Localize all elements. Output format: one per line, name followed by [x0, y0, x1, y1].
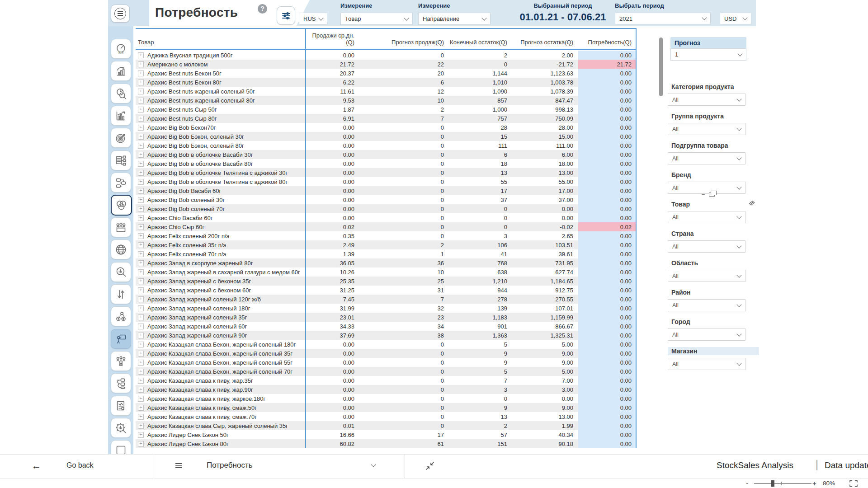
column-header-5[interactable]: Потребность(Q) — [578, 39, 637, 46]
expand-icon[interactable]: + — [138, 170, 144, 176]
expand-icon[interactable]: + — [138, 179, 144, 185]
filter-dropdown-2[interactable]: All — [668, 152, 745, 164]
product-name-cell[interactable]: +Арахис Best nuts Бекон 80г — [136, 79, 306, 86]
product-name-cell[interactable]: +Арахис Felix соленый 200г п/э — [136, 233, 306, 239]
sidebar-icon-presenter[interactable] — [111, 329, 131, 349]
product-name-cell[interactable]: +Арахис Best nuts Бекон 50г — [136, 70, 306, 77]
expand-icon[interactable]: + — [138, 378, 144, 384]
filter-dropdown-7[interactable]: All — [668, 299, 745, 311]
product-name-cell[interactable]: +Арахис Казацкая слава Сыр, жареный соле… — [136, 422, 306, 429]
expand-icon[interactable]: + — [138, 107, 144, 113]
product-name-cell[interactable]: +Арахис Запад жареный в сахарной глазури… — [136, 269, 306, 276]
filter-dropdown-4[interactable]: All — [668, 211, 745, 223]
column-header-0[interactable]: Товар — [136, 39, 306, 46]
expand-icon[interactable]: + — [138, 224, 144, 230]
expand-icon[interactable]: + — [138, 333, 144, 338]
product-name-cell[interactable]: +Арахис Казацкая слава к пиву, жар.90г — [136, 386, 306, 393]
expand-icon[interactable]: + — [138, 351, 144, 357]
expand-icon[interactable]: + — [138, 305, 144, 311]
dimension2-dropdown[interactable]: Направление — [418, 13, 491, 25]
product-name-cell[interactable]: +Арахис Felix соленый 70г п/э — [136, 251, 306, 258]
sidebar-icon-venn[interactable] — [111, 195, 132, 216]
product-name-cell[interactable]: +Арахис Казацкая слава Бекон, жареный со… — [136, 368, 306, 375]
expand-icon[interactable]: + — [138, 369, 144, 375]
expand-icon[interactable]: + — [138, 233, 144, 239]
product-name-cell[interactable]: +Арахис Big Bob в оболочке Васаби 80г — [136, 160, 306, 167]
expand-icon[interactable]: + — [138, 414, 144, 420]
sidebar-icon-kpi[interactable]: KPI — [111, 39, 131, 59]
expand-icon[interactable]: + — [138, 125, 144, 131]
expand-icon[interactable]: + — [138, 134, 144, 140]
help-icon[interactable]: ? — [258, 4, 267, 14]
expand-icon[interactable]: + — [138, 61, 144, 67]
product-name-cell[interactable]: +Арахис Казацкая слава к пиву, смаж.50г — [136, 404, 306, 411]
expand-icon[interactable]: + — [138, 360, 144, 366]
column-header-4[interactable]: Прогноз остатка(Q) — [512, 39, 578, 46]
product-name-cell[interactable]: +Арахис Запад в скорлупе жареный 80г — [136, 260, 306, 267]
expand-icon[interactable]: + — [138, 215, 144, 221]
expand-icon[interactable]: + — [138, 206, 144, 212]
expand-icon[interactable]: + — [138, 152, 144, 158]
product-name-cell[interactable]: +Арахис Запад жареный соленый 90г — [136, 332, 306, 339]
expand-icon[interactable]: + — [138, 80, 144, 85]
product-name-cell[interactable]: +Аджика Вкусная традиция 500г — [136, 52, 306, 59]
forecast-dropdown[interactable]: 1 — [670, 48, 746, 61]
panel-scrollbar[interactable] — [659, 38, 663, 96]
product-name-cell[interactable]: +Арахис Казацкая слава к пиву, жар.35г — [136, 377, 306, 384]
product-name-cell[interactable]: +Арахис Best nuts жареный соленый 50г — [136, 88, 306, 95]
dimension1-dropdown[interactable]: Товар — [340, 13, 413, 25]
language-dropdown[interactable]: RUS — [299, 13, 327, 25]
product-name-cell[interactable]: +Арахис Best nuts жареный соленый 80г — [136, 97, 306, 104]
product-name-cell[interactable]: +Арахис Chio Сыр 60г — [136, 224, 306, 230]
expand-icon[interactable]: + — [138, 197, 144, 203]
sidebar-icon-gear-analysis[interactable] — [111, 418, 131, 438]
expand-icon[interactable]: + — [138, 287, 144, 293]
product-name-cell[interactable]: +Арахис Запад жареный соленый 60г — [136, 323, 306, 330]
expand-icon[interactable]: + — [138, 278, 144, 284]
sidebar-icon-report-doc[interactable] — [111, 396, 131, 416]
product-name-cell[interactable]: +Арахис Chio Васаби 60г — [136, 215, 306, 221]
expand-icon[interactable]: + — [138, 251, 144, 257]
expand-icon[interactable]: + — [138, 89, 144, 94]
back-arrow-icon[interactable]: ← — [32, 460, 41, 471]
collapse-view-button[interactable] — [425, 461, 435, 473]
zoom-out-button[interactable]: - — [746, 479, 748, 487]
expand-icon[interactable]: + — [138, 296, 144, 302]
filter-dropdown-6[interactable]: All — [668, 270, 745, 282]
expand-icon[interactable]: + — [138, 387, 144, 393]
filter-hover-controls[interactable]: – — [702, 191, 715, 197]
expand-icon[interactable]: + — [138, 441, 144, 447]
sidebar-icon-person-finance[interactable] — [111, 306, 131, 326]
sidebar-icon-task-flow[interactable] — [111, 373, 131, 393]
sidebar-icon-pie-search[interactable] — [111, 84, 131, 103]
product-name-cell[interactable]: +Арахис Запад жареный с беконом 60г — [136, 287, 306, 294]
filter-dropdown-1[interactable]: All — [668, 123, 745, 135]
product-name-cell[interactable]: +Арахис Big Bob соленый 70г — [136, 206, 306, 212]
choose-period-dropdown[interactable]: 2021 — [615, 13, 711, 24]
filter-dropdown-9[interactable]: All — [668, 358, 745, 370]
page-list-icon[interactable] — [175, 463, 182, 468]
expand-icon[interactable]: + — [138, 342, 144, 347]
sidebar-icon-process-flow[interactable] — [111, 173, 131, 192]
sidebar-icon-checklist[interactable] — [111, 150, 131, 170]
expand-icon[interactable]: + — [138, 242, 144, 248]
product-name-cell[interactable]: +Арахис Big Bob в оболочке Телятина с ад… — [136, 178, 306, 185]
expand-icon[interactable]: + — [138, 324, 144, 329]
product-name-cell[interactable]: +Арахис Запад жареный соленый 35г — [136, 314, 306, 321]
expand-icon[interactable]: + — [138, 269, 144, 275]
expand-icon[interactable]: + — [138, 70, 144, 76]
product-name-cell[interactable]: +Арахис Big Bob в оболочке Телятина с ад… — [136, 169, 306, 176]
menu-button[interactable] — [111, 5, 130, 23]
product-name-cell[interactable]: +Арахис Лидер Снек Бэкон 50г — [136, 432, 306, 438]
product-name-cell[interactable]: +Арахис Запад жареный соленый 180г — [136, 305, 306, 312]
zoom-in-button[interactable]: + — [812, 479, 816, 487]
product-name-cell[interactable]: +Арахис Best nuts Сыр 50г — [136, 106, 306, 113]
minimize-icon[interactable]: – — [702, 191, 705, 197]
product-name-cell[interactable]: +Арахис Казацкая слава Бекон, жареный со… — [136, 359, 306, 366]
product-name-cell[interactable]: +Арахис Big Bob соленый 30г — [136, 197, 306, 203]
page-chevron-icon[interactable] — [371, 462, 376, 467]
expand-icon[interactable]: + — [138, 98, 144, 103]
eraser-icon[interactable] — [749, 200, 755, 208]
product-name-cell[interactable]: +Арахис Казацкая слава к пиву, смаж.70г — [136, 413, 306, 420]
sidebar-icon-team-network[interactable] — [111, 351, 131, 371]
